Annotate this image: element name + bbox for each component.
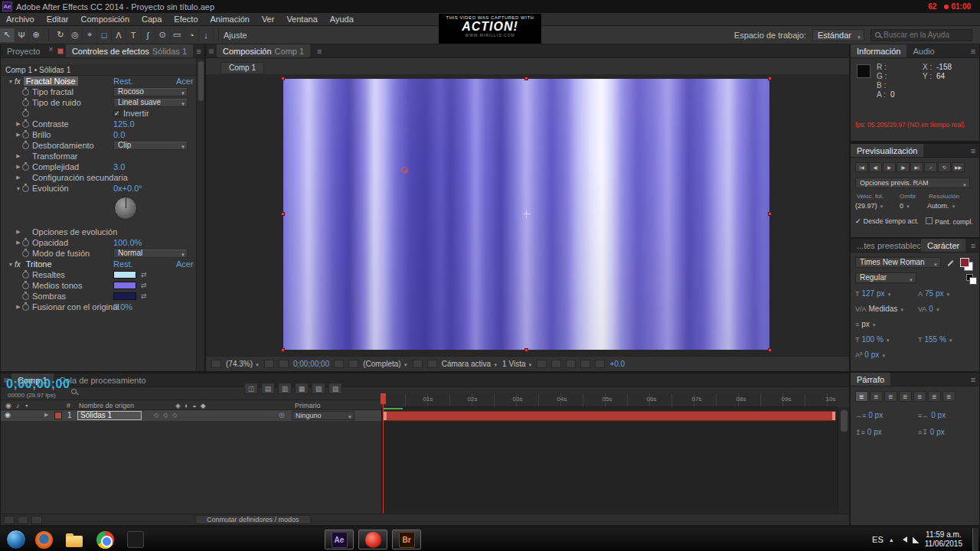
stopwatch-icon[interactable]: [22, 121, 29, 128]
loop-toggle-button[interactable]: [938, 162, 951, 172]
fill-color-swatch[interactable]: [960, 258, 969, 267]
brush-tool-icon[interactable]: [141, 28, 155, 42]
tab-effects-presets[interactable]: ...tes preestablecidos: [851, 239, 921, 252]
track-area[interactable]: [381, 407, 838, 514]
volume-icon[interactable]: [900, 536, 907, 543]
stopwatch-icon[interactable]: [22, 99, 29, 106]
timeline-scrollbar[interactable]: [838, 407, 849, 514]
tab-caracter[interactable]: Carácter: [921, 239, 965, 252]
selection-handle[interactable]: [281, 77, 285, 80]
tab-previsualizacion[interactable]: Previsualización: [851, 144, 923, 157]
play-button[interactable]: [883, 162, 896, 172]
effects-scrollbar[interactable]: [196, 58, 204, 371]
composition-viewer[interactable]: [206, 74, 849, 356]
effect-name[interactable]: Fractal Noise: [24, 77, 78, 86]
horizontal-scale-field[interactable]: T155 %: [918, 335, 953, 344]
next-frame-button[interactable]: [897, 162, 910, 172]
tray-expand-icon[interactable]: ▲: [889, 537, 894, 543]
stopwatch-icon[interactable]: [22, 164, 29, 171]
expand-arrow-icon[interactable]: [15, 164, 22, 170]
taskbar-chrome[interactable]: [92, 529, 118, 550]
taskbar-bridge[interactable]: Br: [392, 530, 421, 549]
tab-composition[interactable]: Composición Comp 1: [217, 44, 310, 57]
tab-parrafo[interactable]: Párrafo: [851, 373, 890, 386]
selection-handle[interactable]: [768, 348, 772, 352]
stopwatch-icon[interactable]: [22, 240, 29, 246]
pan-behind-tool-icon[interactable]: [83, 28, 97, 42]
anchor-point-icon[interactable]: [523, 210, 531, 218]
current-time-indicator-line[interactable]: [383, 404, 384, 514]
toggle-switches-modes-button[interactable]: Conmutar definidores / modos: [195, 515, 311, 524]
network-icon[interactable]: [913, 536, 920, 543]
menu-archivo[interactable]: Archivo: [0, 13, 41, 26]
last-frame-button[interactable]: [910, 162, 923, 172]
selection-handle[interactable]: [281, 348, 285, 352]
expand-arrow-icon[interactable]: [15, 153, 22, 159]
fast-preview-icon[interactable]: [551, 360, 561, 368]
rotation-dial[interactable]: [114, 197, 137, 220]
tab-informacion[interactable]: Información: [851, 44, 906, 57]
panel-menu-icon[interactable]: [967, 144, 979, 157]
menu-composicion[interactable]: Composición: [74, 13, 136, 26]
panel-menu-icon[interactable]: [967, 239, 979, 252]
tipo-ruido-dropdown[interactable]: Lineal suave: [113, 98, 188, 107]
sombras-color-swatch[interactable]: [113, 292, 136, 300]
eyedropper-icon[interactable]: [947, 259, 955, 267]
view-layout-dropdown[interactable]: 1 Vista: [502, 360, 532, 368]
stopwatch-icon[interactable]: [22, 110, 29, 117]
kerning-field[interactable]: V/AMedidas: [855, 305, 904, 313]
justify-last-left-button[interactable]: [899, 391, 912, 402]
show-channel-icon[interactable]: [348, 360, 358, 368]
help-search[interactable]: [871, 29, 972, 41]
time-ruler[interactable]: 01s 02s 03s 04s 05s 06s 07s 08s 09s 10s: [383, 393, 838, 407]
reset-link[interactable]: Rest.: [113, 259, 133, 269]
parent-column[interactable]: Primario: [295, 402, 321, 409]
taskbar-media-app[interactable]: [122, 529, 149, 550]
justify-all-button[interactable]: [942, 391, 956, 402]
active-camera-dropdown[interactable]: Cámara activa: [442, 360, 498, 368]
collapse-arrow-icon[interactable]: [7, 79, 15, 84]
layer-duration-bar[interactable]: [383, 411, 836, 421]
hide-shy-layers-icon[interactable]: [278, 383, 292, 394]
shape-tool-icon[interactable]: [97, 28, 112, 42]
resaltes-color-swatch[interactable]: [113, 271, 136, 279]
space-after-field[interactable]: ≡↧0 px: [918, 428, 945, 436]
layer-switches-icons[interactable]: ◇◇◇: [154, 412, 181, 419]
full-screen-checkbox[interactable]: Pant. compl.: [926, 217, 973, 226]
layer-name[interactable]: Sólidas 1: [77, 411, 142, 420]
ram-options-dropdown[interactable]: Opciones previs. RAM: [855, 178, 970, 188]
viewer-tab-comp1[interactable]: Comp 1: [220, 62, 264, 74]
from-current-time-checkbox[interactable]: Desde tiempo act.: [855, 217, 919, 225]
mask-toggle-icon[interactable]: [279, 360, 289, 368]
space-before-field[interactable]: ↥≡0 px: [855, 428, 882, 436]
taskbar-firefox[interactable]: [31, 529, 57, 550]
motion-blur-icon[interactable]: [312, 383, 325, 394]
about-link[interactable]: Acer: [176, 259, 194, 269]
exposure-value[interactable]: +0.0: [609, 360, 625, 368]
zoom-tool-icon[interactable]: [29, 28, 44, 42]
expand-transfer-controls-icon[interactable]: [18, 516, 28, 524]
timeline-button-icon[interactable]: [566, 360, 576, 368]
selection-handle[interactable]: [768, 212, 772, 216]
justify-last-right-button[interactable]: [928, 391, 941, 402]
parent-dropdown[interactable]: Ninguno: [292, 411, 354, 420]
panel-menu-icon[interactable]: [967, 373, 979, 386]
collapse-arrow-icon[interactable]: [15, 186, 22, 191]
start-button[interactable]: [6, 530, 26, 549]
tab-effect-controls[interactable]: Controles de efectos Sólidas 1: [66, 44, 193, 57]
pixel-aspect-icon[interactable]: [537, 360, 547, 368]
tsume-field[interactable]: ≡px: [855, 320, 877, 328]
font-family-dropdown[interactable]: Times New Roman: [855, 257, 941, 268]
transparency-grid-icon[interactable]: [427, 360, 437, 368]
about-link[interactable]: Acer: [176, 77, 194, 86]
selection-handle[interactable]: [524, 77, 528, 80]
taskbar-recorder-app[interactable]: [358, 530, 387, 549]
zoom-level-dropdown[interactable]: (74.3%): [226, 360, 260, 368]
reset-exposure-icon[interactable]: [595, 360, 605, 368]
graph-editor-icon[interactable]: [328, 383, 342, 394]
indent-left-field[interactable]: →≡0 px: [855, 411, 883, 419]
menu-animacion[interactable]: Animación: [204, 13, 256, 26]
expand-arrow-icon[interactable]: [15, 240, 22, 246]
font-size-field[interactable]: T127 px: [855, 289, 891, 298]
panel-grip-icon[interactable]: [208, 48, 214, 54]
